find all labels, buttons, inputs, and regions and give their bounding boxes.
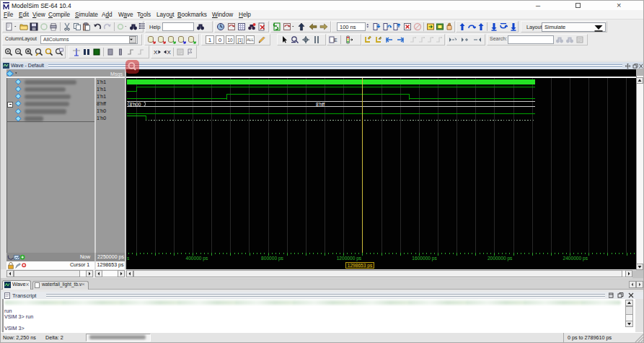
- svg-text:ALL: ALL: [247, 38, 254, 42]
- svg-text:0: 0: [219, 37, 222, 43]
- svg-text:E: E: [334, 38, 338, 43]
- svg-text:[1]: [1]: [237, 38, 242, 43]
- svg-text:1: 1: [208, 37, 212, 43]
- svg-text:X: X: [167, 49, 172, 56]
- svg-text:10: 10: [227, 38, 233, 43]
- svg-text:X: X: [154, 49, 158, 56]
